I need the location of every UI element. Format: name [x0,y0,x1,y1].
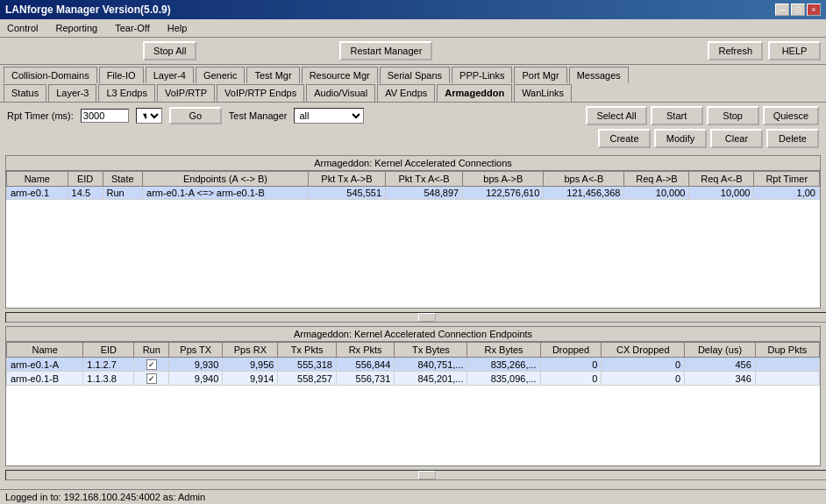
cell-ep-eid: 1.1.2.7 [83,358,134,372]
status-bar: Logged in to: 192.168.100.245:4002 as: A… [0,489,826,504]
cell-ep-cx-dropped: 0 [602,372,685,386]
col-ep-rx-bytes: Rx Bytes [467,343,540,358]
tab-file-io[interactable]: File-IO [99,67,144,83]
cell-ep-eid: 1.1.3.8 [83,372,134,386]
minimize-button[interactable]: ─ [775,4,789,16]
select-all-button[interactable]: Select All [586,106,646,125]
cell-req-ba: 10,000 [689,187,754,200]
cell-ep-run: ✓ [134,372,169,386]
title-bar: LANforge Manager Version(5.0.9) ─ □ × [0,0,826,19]
tab-voip-rtp[interactable]: VoIP/RTP [157,84,215,102]
tab-messages[interactable]: Messages [569,67,629,83]
test-manager-select[interactable]: all [294,108,364,124]
menu-help[interactable]: Help [164,21,191,35]
table-row[interactable]: arm-e0.1-A 1.1.2.7 ✓ 9,930 9,956 555,318… [7,358,820,372]
tab-port-mgr[interactable]: Port Mgr [514,67,566,83]
cell-ep-name: arm-e0.1-B [7,372,83,386]
cell-eid: 14.5 [68,187,103,200]
tab-av-endps[interactable]: AV Endps [377,84,435,102]
col-name: Name [7,172,68,187]
cell-ep-cx-dropped: 0 [602,358,685,372]
cell-bps-ab: 122,576,610 [463,187,544,200]
col-ep-rx-pkts: Rx Pkts [336,343,394,358]
window-title: LANforge Manager Version(5.0.9) [5,4,171,16]
cell-req-ab: 10,000 [624,187,689,200]
delete-button[interactable]: Delete [766,129,819,148]
col-state: State [103,172,143,187]
cell-ep-rx-pkts: 556,844 [336,358,394,372]
rpt-timer-input[interactable] [81,109,129,123]
tab-generic[interactable]: Generic [196,67,246,83]
modify-button[interactable]: Modify [654,129,707,148]
cell-ep-delay: 456 [685,358,756,372]
cell-ep-pps-rx: 9,914 [223,372,278,386]
top-scrollbar[interactable] [5,312,826,323]
cell-pkt-tx-ab: 545,551 [308,187,385,200]
tab-layer3[interactable]: Layer-3 [48,84,96,102]
connections-table: Name EID State Endpoints (A <-> B) Pkt T… [6,171,820,200]
help-button[interactable]: HELP [768,41,821,60]
tab-serial-spans[interactable]: Serial Spans [380,67,450,83]
cell-ep-rx-pkts: 556,731 [336,372,394,386]
create-button[interactable]: Create [598,129,651,148]
top-scrollbar-thumb[interactable] [418,313,436,322]
cell-ep-rx-bytes: 835,266,... [467,358,540,372]
cell-ep-tx-bytes: 840,751,... [395,358,467,372]
run-checkbox[interactable]: ✓ [146,359,157,370]
refresh-button[interactable]: Refresh [708,41,763,60]
table-row[interactable]: arm-e0.1-B 1.1.3.8 ✓ 9,940 9,914 558,257… [7,372,820,386]
toolbar: Stop All Restart Manager Refresh HELP [0,38,826,65]
col-rpt-timer: Rpt Timer [754,172,820,187]
col-ep-delay: Delay (us) [685,343,756,358]
col-bps-ab: bps A->B [463,172,544,187]
tab-l3-endps[interactable]: L3 Endps [98,84,154,102]
col-ep-name: Name [7,343,83,358]
clear-button[interactable]: Clear [710,129,763,148]
go-button[interactable]: Go [169,107,222,124]
tab-layer4[interactable]: Layer-4 [146,67,194,83]
col-bps-ba: bps A<-B [544,172,624,187]
bottom-section-title: Armageddon: Kernel Accelerated Connectio… [6,327,820,342]
tab-ppp-links[interactable]: PPP-Links [452,67,512,83]
stop-button[interactable]: Stop [707,106,759,125]
menu-tearoff[interactable]: Tear-Off [111,21,153,35]
menu-control[interactable]: Control [4,21,41,35]
rpt-timer-unit-select[interactable]: ▼ [136,108,162,124]
col-ep-pps-rx: Pps RX [223,343,278,358]
table-row[interactable]: arm-e0.1 14.5 Run arm-e0.1-A <=> arm-e0.… [7,187,820,200]
cell-pkt-tx-ba: 548,897 [386,187,463,200]
tab-test-mgr[interactable]: Test Mgr [246,67,299,83]
cell-rpt-timer: 1,00 [754,187,820,200]
tab-status[interactable]: Status [4,84,46,102]
bottom-endpoints-section: Armageddon: Kernel Accelerated Connectio… [5,326,821,466]
cell-ep-dropped: 0 [540,358,602,372]
tab-wanlinks[interactable]: WanLinks [514,84,572,102]
tab-resource-mgr[interactable]: Resource Mgr [302,67,378,83]
run-checkbox[interactable]: ✓ [146,373,157,384]
col-ep-dup-pkts: Dup Pkts [755,343,819,358]
stop-all-button[interactable]: Stop All [143,41,196,60]
close-button[interactable]: × [807,4,821,16]
action-buttons: Select All Start Stop Quiesce [586,106,819,125]
col-ep-pps-tx: Pps TX [169,343,223,358]
cell-ep-name: arm-e0.1-A [7,358,83,372]
col-ep-tx-pkts: Tx Pkts [278,343,336,358]
restart-manager-button[interactable]: Restart Manager [339,41,432,60]
col-pkt-tx-ab: Pkt Tx A->B [308,172,385,187]
rpt-timer-label: Rpt Timer (ms): [7,110,74,121]
tab-audio-visual[interactable]: Audio/Visual [306,84,375,102]
top-section-title: Armageddon: Kernel Accelerated Connectio… [6,156,820,171]
start-button[interactable]: Start [651,106,703,125]
col-ep-run: Run [134,343,169,358]
tab-armageddon[interactable]: Armageddon [437,84,512,102]
tabs-row2: Status Layer-3 L3 Endps VoIP/RTP VoIP/RT… [0,83,826,103]
tab-voip-rtp-endps[interactable]: VoIP/RTP Endps [217,84,304,102]
bottom-scrollbar[interactable] [5,470,826,480]
menu-bar: Control Reporting Tear-Off Help [0,19,826,38]
menu-reporting[interactable]: Reporting [52,21,101,35]
tab-collision-domains[interactable]: Collision-Domains [4,67,97,83]
quiesce-button[interactable]: Quiesce [763,106,819,125]
bottom-scrollbar-thumb[interactable] [418,471,436,479]
maximize-button[interactable]: □ [791,4,805,16]
tabs-row1: Collision-Domains File-IO Layer-4 Generi… [0,65,826,83]
